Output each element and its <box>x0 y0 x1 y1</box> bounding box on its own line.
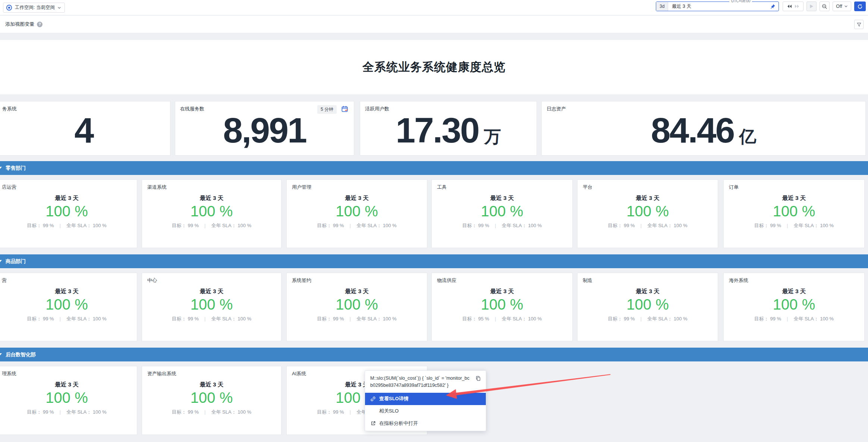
slo-value[interactable]: 100 % <box>0 203 137 219</box>
slo-card[interactable]: 中心 最近 3 天 100 % 目标： 99 %|全年 SLA： 100 % <box>142 273 282 341</box>
stat-value: 17.30 <box>396 113 479 148</box>
slo-card-title: 订单 <box>729 184 739 191</box>
slo-meta: 目标： 99 %|全年 SLA： 100 % <box>142 222 281 229</box>
slo-card[interactable]: 资产输出系统 最近 3 天 100 % 目标： 99 %|全年 SLA： 100… <box>142 366 282 435</box>
zoom-out-icon <box>822 4 827 9</box>
slo-value[interactable]: 100 % <box>142 297 281 312</box>
slo-card[interactable]: 制造 最近 3 天 100 % 目标： 99 %|全年 SLA： 100 % <box>577 273 718 341</box>
time-controls: UTC+08:00 3d 最近 3 天 Off <box>656 1 866 11</box>
filter-button[interactable] <box>854 20 864 29</box>
slo-meta: 目标： 99 %|全年 SLA： 100 % <box>724 316 864 322</box>
workspace-label: 工作空间: 当前空间 <box>15 4 55 11</box>
slo-value[interactable]: 100 % <box>142 203 281 219</box>
slo-period: 最近 3 天 <box>142 288 281 295</box>
workspace-selector[interactable]: 工作空间: 当前空间 <box>3 3 65 13</box>
stat-card[interactable]: 在线服务数 5 分钟 8,991 <box>175 101 354 156</box>
slo-card[interactable]: 海外系统 最近 3 天 100 % 目标： 99 %|全年 SLA： 100 % <box>723 273 865 341</box>
copy-icon[interactable] <box>475 376 481 381</box>
external-link-icon <box>370 421 376 426</box>
skip-forward-icon[interactable] <box>795 4 800 9</box>
slo-card-title: 营 <box>2 277 7 284</box>
workspace-logo-icon <box>6 4 12 11</box>
slo-card-row: 营 最近 3 天 100 % 目标： 99 %|全年 SLA： 100 % 中心… <box>0 273 868 341</box>
time-range-label: 最近 3 天 <box>672 3 770 10</box>
time-range-badge: 3d <box>656 2 668 11</box>
slo-meta: 目标： 99 %|全年 SLA： 100 % <box>0 316 137 322</box>
skip-back-icon[interactable] <box>787 4 792 9</box>
section-header[interactable]: 商品部门 <box>0 254 868 268</box>
top-bar: 工作空间: 当前空间 UTC+08:00 3d 最近 3 天 <box>0 0 868 15</box>
refresh-icon <box>857 4 863 9</box>
context-menu-item[interactable]: 在指标分析中打开 <box>365 417 486 430</box>
slo-card-title: 海外系统 <box>729 277 748 284</box>
time-shift-group <box>783 1 803 11</box>
stat-label: 务系统 <box>2 106 17 112</box>
section-header[interactable]: 后台数智化部 <box>0 348 868 361</box>
stat-card[interactable]: 务系统 4 <box>0 101 170 156</box>
link-icon <box>370 396 376 402</box>
slo-card[interactable]: 理系统 最近 3 天 100 % 目标： 99 %|全年 SLA： 100 % <box>0 366 137 435</box>
slo-meta: 目标： 99 %|全年 SLA： 100 % <box>578 316 718 322</box>
time-range-input[interactable]: UTC+08:00 3d 最近 3 天 <box>656 1 779 11</box>
slo-period: 最近 3 天 <box>287 288 427 295</box>
slo-card[interactable]: 店运营 最近 3 天 100 % 目标： 99 %|全年 SLA： 100 % <box>0 179 137 248</box>
context-menu-item[interactable]: 相关SLO <box>365 405 486 417</box>
slo-meta: 目标： 99 %|全年 SLA： 100 % <box>287 222 427 229</box>
context-menu-item[interactable]: 查看SLO详情 <box>365 393 486 405</box>
section-header[interactable]: 零售部门 <box>0 161 868 175</box>
slo-value[interactable]: 100 % <box>142 390 281 405</box>
play-icon <box>809 4 814 9</box>
pin-icon[interactable] <box>770 4 776 9</box>
slo-value[interactable]: 100 % <box>432 297 572 312</box>
slo-card-title: 中心 <box>147 277 157 284</box>
slo-meta: 目标： 99 %|全年 SLA： 100 % <box>432 222 572 229</box>
zoom-out-button[interactable] <box>820 1 830 11</box>
slo-card[interactable]: 营 最近 3 天 100 % 目标： 99 %|全年 SLA： 100 % <box>0 273 137 341</box>
stat-unit: 亿 <box>739 128 756 145</box>
slo-meta: 目标： 99 %|全年 SLA： 100 % <box>0 222 137 229</box>
slo-value[interactable]: 100 % <box>0 297 137 312</box>
slo-card-title: 用户管理 <box>292 184 311 191</box>
slo-value[interactable]: 100 % <box>0 390 137 405</box>
slo-value[interactable]: 100 % <box>578 203 718 219</box>
slo-period: 最近 3 天 <box>287 194 427 202</box>
context-menu-item-label: 在指标分析中打开 <box>379 420 418 427</box>
slo-card-title: AI系统 <box>292 370 306 377</box>
slo-card-title: 资产输出系统 <box>147 370 176 377</box>
play-button[interactable] <box>806 1 817 11</box>
stat-value: 4 <box>75 113 93 148</box>
help-icon[interactable]: ? <box>37 22 43 27</box>
auto-refresh-dropdown[interactable]: Off <box>833 1 851 11</box>
slo-value[interactable]: 100 % <box>724 203 864 219</box>
slo-period: 最近 3 天 <box>724 194 864 202</box>
slo-card-title: 理系统 <box>2 370 16 377</box>
slo-period: 最近 3 天 <box>142 194 281 202</box>
slo-meta: 目标： 99 %|全年 SLA： 100 % <box>724 222 864 229</box>
chevron-down-icon <box>844 4 848 8</box>
slo-card[interactable]: 用户管理 最近 3 天 100 % 目标： 99 %|全年 SLA： 100 % <box>286 179 427 248</box>
slo-value[interactable]: 100 % <box>287 203 427 219</box>
dashboard-header: 全系统业务系统健康度总览 <box>0 40 868 94</box>
slo-card[interactable]: 系统签约 最近 3 天 100 % 目标： 99 %|全年 SLA： 100 % <box>286 273 427 341</box>
slo-value[interactable]: 100 % <box>578 297 718 312</box>
slo-card[interactable]: 工具 最近 3 天 100 % 目标： 99 %|全年 SLA： 100 % <box>431 179 573 248</box>
slo-period: 最近 3 天 <box>578 194 718 202</box>
slo-context-menu: M::slo:(SUM(`slo_cost`)) { `slo_id` = 'm… <box>365 370 486 431</box>
slo-card[interactable]: 物流供应 最近 3 天 100 % 目标： 95 %|全年 SLA： 100 % <box>431 273 573 341</box>
slo-card-title: 平台 <box>583 184 592 191</box>
refresh-button[interactable] <box>854 1 866 11</box>
slo-card-title: 系统签约 <box>292 277 311 284</box>
stat-card[interactable]: 活跃用户数 17.30 万 <box>360 101 537 156</box>
slo-card-title: 物流供应 <box>437 277 456 284</box>
stat-card[interactable]: 日志资产 84.46 亿 <box>541 101 866 156</box>
slo-value[interactable]: 100 % <box>724 297 864 312</box>
slo-card-title: 渠道系统 <box>147 184 167 191</box>
slo-card[interactable]: 平台 最近 3 天 100 % 目标： 99 %|全年 SLA： 100 % <box>577 179 718 248</box>
slo-card[interactable]: 订单 最近 3 天 100 % 目标： 99 %|全年 SLA： 100 % <box>723 179 865 248</box>
slo-card[interactable]: 渠道系统 最近 3 天 100 % 目标： 99 %|全年 SLA： 100 % <box>142 179 282 248</box>
slo-value[interactable]: 100 % <box>287 297 427 312</box>
slo-meta: 目标： 99 %|全年 SLA： 100 % <box>142 409 281 416</box>
slo-value[interactable]: 100 % <box>432 203 572 219</box>
stat-label: 在线服务数 <box>180 106 204 112</box>
add-view-variable-label: 添加视图变量 <box>5 21 34 28</box>
